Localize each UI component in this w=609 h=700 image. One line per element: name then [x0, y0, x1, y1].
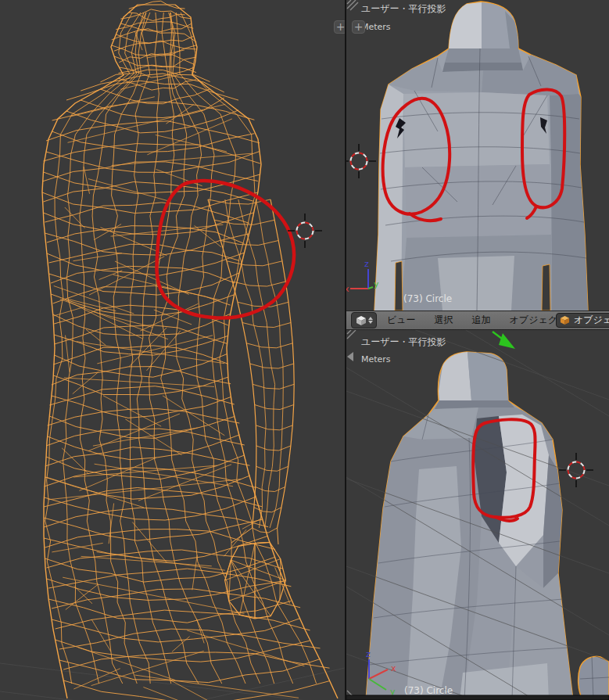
axis-x-label: x — [391, 663, 396, 673]
view-mode-label: ユーザー・平行投影 — [361, 336, 446, 347]
object-mode-cube-icon — [560, 315, 570, 325]
axis-z-label: z — [364, 259, 369, 269]
object-status-label: (73) Circle — [404, 685, 453, 696]
object-status-label: (73) Circle — [403, 293, 452, 304]
mode-dropdown-label: オブジェ — [574, 314, 609, 327]
menu-add[interactable]: 追加 — [472, 314, 491, 327]
blender-window: + — [0, 0, 609, 700]
toolshelf-expand-button[interactable]: + — [352, 20, 365, 34]
units-label: Meters — [361, 354, 391, 364]
viewport-wireframe-3d[interactable] — [0, 0, 345, 700]
next-editor-header-strip — [346, 695, 609, 700]
units-label: Meters — [361, 22, 391, 32]
axis-x-label: x — [346, 284, 349, 294]
3d-viewport-icon — [356, 315, 367, 326]
view-mode-label: ユーザー・平行投影 — [361, 3, 446, 14]
axis-y-label: y — [374, 279, 379, 289]
mode-dropdown[interactable]: オブジェ — [556, 313, 609, 328]
viewport-shaded-three-quarter[interactable]: z x y ユーザー・平行投影 Meters (73) Circle — [346, 330, 609, 700]
axis-z-label: z — [366, 649, 371, 659]
viewport-shaded-back[interactable]: x z y ユーザー・平行投影 Meters (73) Circle — [346, 0, 609, 311]
menu-view[interactable]: ビュー — [387, 314, 416, 327]
selector-arrows-icon — [368, 317, 373, 324]
editor-type-selector[interactable] — [351, 312, 377, 328]
viewport-header: ビュー 選択 追加 オブジェクト オブジェ — [346, 311, 609, 330]
menu-select[interactable]: 選択 — [435, 314, 453, 327]
